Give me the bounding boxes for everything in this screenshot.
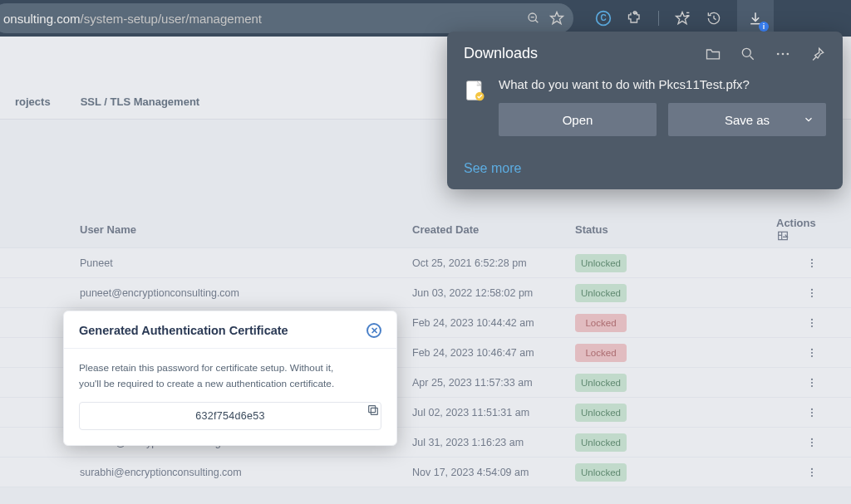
profile-icon[interactable]: C	[595, 10, 612, 27]
row-menu-icon[interactable]	[806, 317, 826, 329]
pin-icon[interactable]	[809, 46, 826, 62]
header-user[interactable]: User Name	[80, 223, 412, 236]
svg-line-40	[750, 56, 754, 59]
cell-status: Unlocked	[575, 463, 683, 482]
cell-date: Nov 17, 2023 4:54:09 am	[412, 467, 575, 478]
status-badge: Unlocked	[575, 374, 627, 392]
svg-point-33	[811, 438, 813, 439]
svg-rect-46	[371, 408, 377, 414]
cell-user: surabhi@encryptionconsulting.com	[80, 467, 412, 478]
status-badge: Unlocked	[575, 404, 627, 422]
url-host: onsulting.com	[3, 12, 81, 26]
svg-point-17	[811, 266, 813, 267]
cell-user: puneet@encryptionconsulting.com	[80, 287, 412, 299]
svg-point-43	[787, 52, 790, 55]
svg-point-23	[811, 325, 813, 327]
svg-point-36	[811, 467, 813, 469]
table-header: User Name Created Date Status Actions	[0, 211, 851, 247]
url-path: /system-setup/user/management	[81, 12, 262, 26]
row-menu-icon[interactable]	[806, 407, 826, 418]
header-date[interactable]: Created Date	[412, 223, 575, 236]
downloads-popup: Downloads What do you want to do with Pk…	[447, 32, 843, 189]
cell-date: Feb 24, 2023 10:46:47 am	[412, 347, 575, 359]
tab-ssl-tls[interactable]: SSL / TLS Management	[66, 95, 215, 108]
row-menu-icon[interactable]	[806, 257, 826, 269]
favorite-icon[interactable]	[548, 10, 565, 27]
svg-point-20	[811, 296, 813, 297]
svg-point-38	[811, 475, 813, 477]
status-badge: Unlocked	[575, 463, 627, 482]
svg-marker-7	[676, 12, 689, 24]
download-badge: i	[759, 22, 769, 32]
svg-point-35	[811, 445, 813, 447]
cell-date: Feb 24, 2023 10:44:42 am	[412, 317, 575, 329]
cell-status: Unlocked	[575, 374, 683, 392]
svg-text:C: C	[600, 13, 606, 22]
close-icon[interactable]: ✕	[366, 323, 381, 338]
cell-status: Locked	[575, 344, 683, 362]
modal-message: Please retain this password for certific…	[79, 360, 381, 392]
tab-projects[interactable]: rojects	[0, 95, 66, 108]
separator	[658, 11, 659, 26]
more-icon[interactable]	[775, 46, 791, 62]
header-status[interactable]: Status	[575, 223, 683, 236]
cell-status: Unlocked	[575, 433, 683, 452]
open-button[interactable]: Open	[499, 103, 657, 136]
save-as-label: Save as	[725, 113, 770, 127]
row-menu-icon[interactable]	[806, 467, 826, 478]
svg-point-26	[811, 355, 813, 357]
svg-point-15	[811, 258, 813, 260]
table-row: surabhi@encryptionconsulting.comNov 17, …	[0, 458, 851, 487]
row-menu-icon[interactable]	[806, 437, 826, 448]
history-icon[interactable]	[706, 10, 722, 27]
svg-point-16	[811, 262, 813, 263]
status-badge: Unlocked	[575, 254, 627, 272]
save-as-button[interactable]: Save as	[668, 103, 826, 136]
svg-point-34	[811, 441, 813, 443]
favorites-icon[interactable]	[674, 10, 691, 27]
svg-point-42	[782, 52, 785, 55]
status-badge: Unlocked	[575, 284, 627, 302]
downloads-title: Downloads	[464, 45, 705, 62]
svg-point-31	[811, 411, 813, 413]
copy-icon[interactable]	[366, 404, 380, 417]
folder-icon[interactable]	[705, 46, 721, 62]
svg-marker-3	[551, 12, 563, 24]
svg-point-28	[811, 381, 813, 383]
cell-date: Jul 02, 2023 11:51:31 am	[412, 407, 575, 418]
see-more-link[interactable]: See more	[464, 161, 826, 176]
svg-line-1	[535, 20, 538, 22]
svg-point-21	[811, 318, 813, 320]
address-bar[interactable]: onsulting.com/system-setup/user/manageme…	[0, 3, 573, 33]
svg-point-22	[811, 321, 813, 323]
row-menu-icon[interactable]	[806, 287, 826, 299]
table-row: puneet@encryptionconsulting.comJun 03, 2…	[0, 278, 851, 308]
password-field[interactable]: 632f754d6e53	[79, 402, 381, 430]
certificate-modal: Generated Authentication Certificate ✕ P…	[63, 311, 397, 446]
modal-title: Generated Authentication Certificate	[79, 324, 366, 337]
status-badge: Locked	[575, 344, 627, 362]
svg-point-18	[811, 288, 813, 290]
chevron-down-icon[interactable]	[803, 114, 814, 125]
cell-status: Locked	[575, 314, 683, 332]
cell-user: Puneet	[80, 257, 412, 269]
svg-point-29	[811, 385, 813, 387]
cell-date: Jun 03, 2022 12:58:02 pm	[412, 287, 575, 299]
zoom-out-icon[interactable]	[527, 12, 540, 25]
extensions-icon[interactable]	[627, 10, 643, 27]
svg-point-27	[811, 378, 813, 379]
svg-point-19	[811, 291, 813, 293]
status-badge: Locked	[575, 314, 627, 332]
row-menu-icon[interactable]	[806, 347, 826, 359]
svg-point-39	[742, 48, 750, 56]
svg-point-41	[777, 52, 780, 55]
columns-icon[interactable]	[776, 229, 826, 242]
svg-rect-47	[369, 406, 376, 413]
header-actions: Actions	[776, 217, 826, 242]
file-icon	[464, 79, 487, 102]
cell-date: Oct 25, 2021 6:52:28 pm	[412, 257, 575, 269]
row-menu-icon[interactable]	[806, 377, 826, 389]
cell-status: Unlocked	[575, 284, 683, 302]
svg-point-37	[811, 471, 813, 472]
search-icon[interactable]	[740, 46, 756, 62]
